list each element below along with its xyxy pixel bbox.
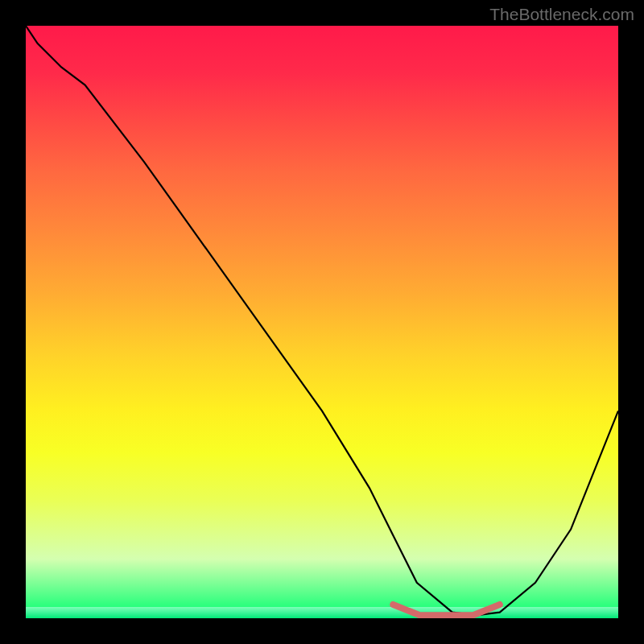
chart-plot-area	[26, 26, 618, 618]
watermark-text: TheBottleneck.com	[489, 5, 634, 24]
bottleneck-curve-line	[26, 26, 618, 615]
bottom-accent-segment	[393, 605, 500, 615]
curve-svg	[26, 26, 618, 618]
